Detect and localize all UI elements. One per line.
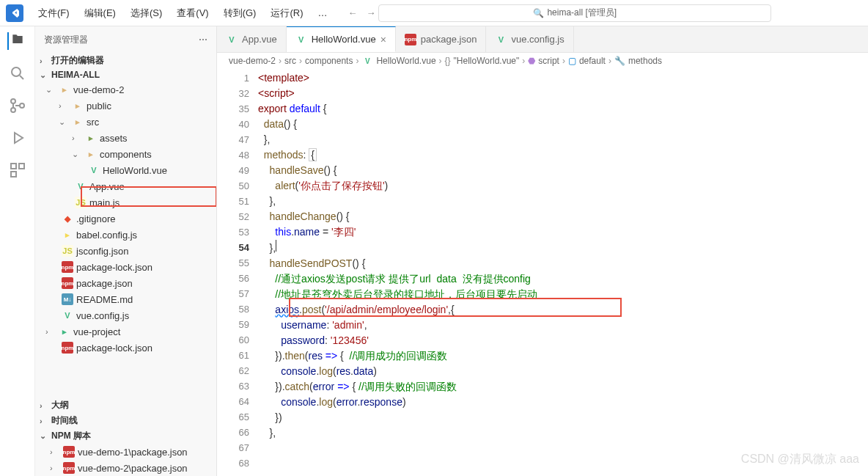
- menu-goto[interactable]: 转到(G): [218, 5, 262, 21]
- svg-point-0: [12, 67, 21, 76]
- file-package-lock-2[interactable]: npmpackage-lock.json: [35, 340, 216, 356]
- svg-rect-7: [11, 172, 16, 177]
- source-control-icon[interactable]: [9, 97, 26, 114]
- folder-components[interactable]: ⌄▸components: [35, 146, 216, 162]
- nav-back-icon[interactable]: ←: [347, 7, 357, 18]
- editor-area: VApp.vue VHelloWorld.vue× npmpackage.jso…: [217, 26, 868, 476]
- folder-src[interactable]: ⌄▸src: [35, 114, 216, 130]
- explorer-title: 资源管理器: [44, 34, 88, 46]
- file-gitignore[interactable]: ◆.gitignore: [35, 210, 216, 227]
- file-app-vue[interactable]: VApp.vue: [35, 178, 216, 194]
- open-editors-section[interactable]: ›打开的编辑器: [35, 53, 216, 68]
- watermark: CSDN @清风微凉 aaa: [741, 452, 859, 467]
- editor-tabs: VApp.vue VHelloWorld.vue× npmpackage.jso…: [217, 26, 868, 53]
- folder-vue-demo-2[interactable]: ⌄▸vue-demo-2: [35, 81, 216, 98]
- file-main-js[interactable]: JSmain.js: [35, 194, 216, 210]
- file-babel-config[interactable]: ▸babel.config.js: [35, 227, 216, 243]
- svg-rect-6: [19, 164, 24, 169]
- vscode-logo-icon: [6, 4, 23, 22]
- folder-vue-project[interactable]: ›▸vue-project: [35, 323, 216, 340]
- folder-assets[interactable]: ›▸assets: [35, 130, 216, 146]
- npm-scripts-section[interactable]: ⌄NPM 脚本: [35, 428, 216, 444]
- more-icon[interactable]: ⋯: [199, 34, 207, 45]
- titlebar: 文件(F) 编辑(E) 选择(S) 查看(V) 转到(G) 运行(R) … ← …: [0, 0, 868, 26]
- search-icon[interactable]: [9, 65, 26, 82]
- close-icon[interactable]: ×: [380, 34, 386, 45]
- explorer-icon[interactable]: [7, 32, 25, 50]
- npm-script-2[interactable]: ›npmvue-demo-2\package.json: [35, 460, 216, 476]
- file-package-lock[interactable]: npmpackage-lock.json: [35, 259, 216, 275]
- outline-section[interactable]: ›大纲: [35, 398, 216, 413]
- file-package-json[interactable]: npmpackage.json: [35, 275, 216, 291]
- explorer-sidebar: 资源管理器 ⋯ ›打开的编辑器 ⌄HEIMA-ALL ⌄▸vue-demo-2 …: [35, 26, 217, 476]
- code-editor[interactable]: 1323540474849505152535455565758596061626…: [217, 69, 868, 476]
- nav-forward-icon[interactable]: →: [366, 7, 375, 18]
- tab-helloworld-vue[interactable]: VHelloWorld.vue×: [287, 26, 396, 52]
- folder-public[interactable]: ›▸public: [35, 98, 216, 114]
- line-gutter: 1323540474849505152535455565758596061626…: [217, 69, 258, 476]
- debug-icon[interactable]: [9, 129, 26, 147]
- activity-bar: [0, 26, 35, 476]
- svg-rect-5: [11, 164, 16, 169]
- menu-file[interactable]: 文件(F): [32, 5, 76, 21]
- menu-view[interactable]: 查看(V): [171, 5, 214, 21]
- extensions-icon[interactable]: [9, 161, 26, 179]
- menu-more[interactable]: …: [312, 6, 333, 20]
- project-section[interactable]: ⌄HEIMA-ALL: [35, 68, 216, 81]
- timeline-section[interactable]: ›时间线: [35, 413, 216, 428]
- menu-select[interactable]: 选择(S): [125, 5, 168, 21]
- code-content[interactable]: <template><script>export default { data(…: [258, 69, 868, 476]
- menu-edit[interactable]: 编辑(E): [78, 5, 122, 21]
- svg-point-2: [11, 99, 15, 103]
- command-center[interactable]: 🔍 heima-all [管理员]: [378, 4, 771, 22]
- tab-package-json[interactable]: npmpackage.json: [396, 26, 487, 52]
- breadcrumbs[interactable]: vue-demo-2› src› components› VHelloWorld…: [217, 53, 868, 69]
- svg-line-1: [20, 76, 23, 79]
- svg-point-3: [11, 108, 15, 112]
- file-readme[interactable]: M↓README.md: [35, 291, 216, 307]
- menu-run[interactable]: 运行(R): [265, 5, 309, 21]
- search-icon: 🔍: [533, 8, 544, 18]
- tab-app-vue[interactable]: VApp.vue: [217, 26, 287, 52]
- file-jsconfig[interactable]: JSjsconfig.json: [35, 243, 216, 259]
- file-vue-config[interactable]: Vvue.config.js: [35, 307, 216, 323]
- file-helloworld-vue[interactable]: VHelloWorld.vue: [35, 162, 216, 178]
- tab-vue-config[interactable]: Vvue.config.js: [486, 26, 573, 52]
- npm-script-1[interactable]: ›npmvue-demo-1\package.json: [35, 444, 216, 460]
- search-text: heima-all [管理员]: [547, 7, 617, 19]
- svg-point-4: [20, 103, 24, 108]
